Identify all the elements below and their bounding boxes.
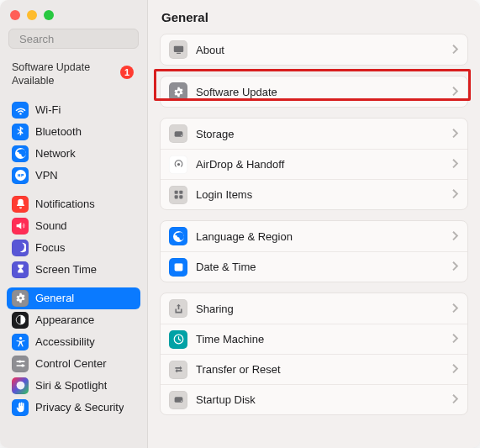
sidebar-item-label: Sound <box>35 219 67 232</box>
close-window-button[interactable] <box>10 10 20 20</box>
cell-label: Time Machine <box>196 333 444 345</box>
cell-group: Language & RegionDate & Time <box>160 220 468 282</box>
sidebar-item-wi-fi[interactable]: Wi-Fi <box>7 99 140 121</box>
speaker-icon <box>12 218 29 235</box>
cell-group: About <box>160 34 468 66</box>
cell-group: StorageAirDrop & HandoffLogin Items <box>160 118 468 210</box>
sidebar-item-label: Network <box>35 147 76 160</box>
grid-icon <box>169 186 187 204</box>
cell-label: Transfer or Reset <box>196 363 444 376</box>
cell-label: Language & Region <box>196 230 444 243</box>
sidebar-item-label: Wi-Fi <box>35 103 61 116</box>
sidebar-item-network[interactable]: Network <box>7 143 140 165</box>
disk-icon <box>169 391 187 409</box>
maximize-window-button[interactable] <box>44 10 54 20</box>
cell-group: Software Update <box>160 76 468 108</box>
cell-storage[interactable]: Storage <box>161 119 467 149</box>
cell-group: SharingTime MachineTransfer or ResetStar… <box>160 293 468 415</box>
sidebar: Software Update Available 1 Wi-FiBluetoo… <box>0 0 148 448</box>
bluetooth-icon <box>12 124 29 140</box>
sidebar-item-sound[interactable]: Sound <box>7 215 140 237</box>
update-badge: 1 <box>120 66 134 79</box>
window-controls <box>0 0 147 27</box>
display-icon <box>169 40 187 59</box>
wifi-icon <box>12 102 29 119</box>
cell-language-region[interactable]: Language & Region <box>161 221 467 251</box>
gear-icon <box>169 82 187 101</box>
minimize-window-button[interactable] <box>27 10 37 20</box>
sidebar-item-label: Siri & Spotlight <box>35 379 107 392</box>
software-update-notice[interactable]: Software Update Available 1 <box>0 57 147 93</box>
sidebar-item-accessibility[interactable]: Accessibility <box>7 331 140 353</box>
sidebar-item-screen-time[interactable]: Screen Time <box>7 259 140 281</box>
sidebar-item-label: Screen Time <box>35 263 97 276</box>
sidebar-item-vpn[interactable]: VPN <box>7 165 140 187</box>
sidebar-item-label: Notifications <box>35 198 95 210</box>
appearance-icon <box>12 312 29 329</box>
main-content: AboutSoftware UpdateStorageAirDrop & Han… <box>148 34 480 448</box>
cell-label: Startup Disk <box>196 393 444 406</box>
search-field[interactable] <box>8 29 139 49</box>
calendar-icon <box>169 258 187 277</box>
cell-label: Sharing <box>196 303 444 315</box>
cell-airdrop-handoff[interactable]: AirDrop & Handoff <box>161 149 467 179</box>
chevron-right-icon <box>452 128 459 140</box>
chevron-right-icon <box>452 188 459 201</box>
sidebar-item-label: Appearance <box>35 314 94 326</box>
cell-time-machine[interactable]: Time Machine <box>161 324 467 354</box>
sidebar-item-label: Focus <box>35 241 65 254</box>
disk-icon <box>169 124 187 143</box>
sidebar-item-siri-spotlight[interactable]: Siri & Spotlight <box>7 375 140 397</box>
cell-date-time[interactable]: Date & Time <box>161 251 467 282</box>
chevron-right-icon <box>452 86 459 98</box>
cell-sharing[interactable]: Sharing <box>161 293 467 324</box>
update-notice-line1: Software Update <box>12 61 90 74</box>
moon-icon <box>12 240 29 256</box>
gear-icon <box>12 290 29 307</box>
chevron-right-icon <box>452 158 459 171</box>
sidebar-item-privacy-security[interactable]: Privacy & Security <box>7 397 140 419</box>
main-panel: General AboutSoftware UpdateStorageAirDr… <box>148 0 480 448</box>
sidebar-item-appearance[interactable]: Appearance <box>7 309 140 331</box>
sidebar-item-focus[interactable]: Focus <box>7 237 140 259</box>
airdrop-icon <box>169 155 187 174</box>
vpn-icon <box>12 167 29 184</box>
sidebar-item-bluetooth[interactable]: Bluetooth <box>7 121 140 143</box>
cell-transfer-or-reset[interactable]: Transfer or Reset <box>161 354 467 384</box>
hand-icon <box>12 399 29 416</box>
sidebar-item-control-center[interactable]: Control Center <box>7 353 140 375</box>
arrows-icon <box>169 361 187 379</box>
cell-login-items[interactable]: Login Items <box>161 179 467 209</box>
chevron-right-icon <box>452 363 459 376</box>
globe-icon <box>12 145 29 162</box>
cell-about[interactable]: About <box>161 34 467 65</box>
chevron-right-icon <box>452 303 459 315</box>
bell-icon <box>12 196 29 213</box>
sliders-icon <box>12 356 29 372</box>
chevron-right-icon <box>452 333 459 345</box>
settings-window: Software Update Available 1 Wi-FiBluetoo… <box>0 0 480 448</box>
globe-icon <box>169 227 187 245</box>
cell-label: Software Update <box>196 86 444 98</box>
clock-icon <box>169 330 187 349</box>
cell-software-update[interactable]: Software Update <box>161 76 467 107</box>
chevron-right-icon <box>452 230 459 243</box>
cell-label: Storage <box>196 128 444 140</box>
sidebar-item-label: Control Center <box>35 357 107 370</box>
chevron-right-icon <box>452 393 459 406</box>
hourglass-icon <box>12 261 29 278</box>
cell-label: Date & Time <box>196 261 444 273</box>
update-notice-line2: Available <box>12 74 90 87</box>
cell-startup-disk[interactable]: Startup Disk <box>161 384 467 414</box>
search-input[interactable] <box>19 33 148 45</box>
sidebar-item-label: Bluetooth <box>35 125 82 138</box>
cell-label: About <box>196 44 444 56</box>
sidebar-item-notifications[interactable]: Notifications <box>7 193 140 215</box>
page-title: General <box>148 0 480 34</box>
sidebar-item-general[interactable]: General <box>7 287 140 309</box>
chevron-right-icon <box>452 44 459 56</box>
chevron-right-icon <box>452 261 459 273</box>
sidebar-nav: Wi-FiBluetoothNetworkVPNNotificationsSou… <box>0 99 147 449</box>
siri-icon <box>12 377 29 394</box>
share-icon <box>169 299 187 318</box>
